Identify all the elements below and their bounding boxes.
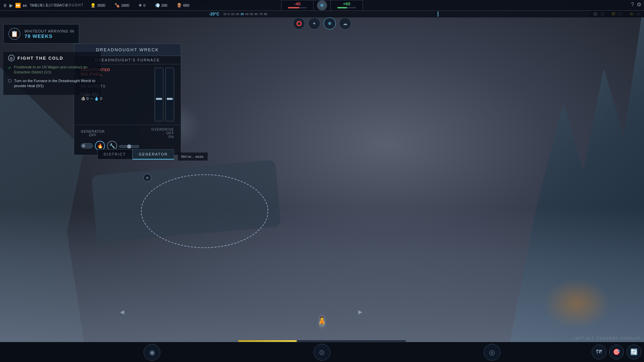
fast-forward-button[interactable]: ⏩ [15,3,21,8]
pause-button[interactable]: ⏸ [3,3,7,8]
overdrive-slider-knob [127,144,131,148]
steam-icon: 💨 [155,3,160,8]
right-stat-fill [337,7,347,8]
slider-2 [165,68,174,121]
steam-value: 280 [161,3,167,7]
bottom-circle-1[interactable]: ◉ [144,344,160,361]
temperature-value: -20°C [209,12,219,16]
generator-toggle[interactable] [81,143,93,148]
bottom-circle-2[interactable]: ⊙ [314,344,330,361]
left-stat-fill [288,7,299,8]
food-resource: 🍗 1800 [115,3,129,8]
generator-info: GENERATOR OFF [81,130,105,137]
oil-icon: 💧 [94,97,99,101]
fuel-arrow: → [90,97,94,101]
nav-icon-4[interactable]: ☁ [339,17,351,29]
tab-generator[interactable]: GENERATOR [132,149,174,160]
playback-controls: ⏸ ▶ ⏩ ⏭ WEEK: 11 DAY: 2 [3,3,68,8]
bottom-navigation: ◉ ⊙ ◎ [0,344,644,361]
week-label: WEEK: 11 [31,3,51,7]
map-view-button[interactable]: 🗺 [592,345,606,359]
nav-icon-2[interactable]: ✦ [308,17,320,29]
right-stat-value: +60 [343,1,350,6]
quest-check-1: ✓ [8,65,11,71]
left-stat-bar [288,7,307,8]
tab-district[interactable]: DISTRICT [97,149,132,160]
temp-tick-8: 60 [255,12,258,16]
fight-cold-panel: ◎ FIGHT THE COLD ✓ Frostbreak to an Oil … [3,52,101,95]
right-stat-bar [337,7,356,8]
workers-resource: 👷 3000 [91,3,105,8]
special-resource: ❄ 0 [139,3,145,8]
help-icon[interactable]: ? [631,2,634,8]
play-button[interactable]: ▶ [9,3,13,8]
temp-tick-9: 70 [259,12,263,16]
workers-value: 3000 [97,3,105,7]
overdrive-info: OVERDRIVE OFF 0% [151,128,174,139]
overdrive-slider[interactable] [119,145,139,148]
coal-icon: 🪨 [81,97,86,101]
slider-1 [155,68,163,121]
overdrive-label: OVERDRIVE [151,128,174,131]
slider-1-track[interactable] [155,68,163,121]
whiteout-text: WHITEOUT ARRIVING IN 78 WEEKS [24,29,74,39]
temperature-bar: -20°C 10 0 10 20 30 40 50 60 70 80 [0,11,644,17]
temp-tick-6: 40 [245,12,249,16]
left-stat-block: -40 [281,0,314,10]
whiteout-arriving-label: WHITEOUT ARRIVING IN [24,29,74,33]
snowflake-icon: ❄ [317,0,327,10]
temp-tick-1: 10 [223,12,227,16]
food-icon: 🍗 [115,3,120,8]
quest-circle-2 [8,79,11,82]
rotate-button[interactable]: 🔄 [627,345,641,359]
bottom-hud: ◉ ⊙ ◎ [0,342,644,362]
quest-item-1: ✓ Frostbreak to an Oil Wagon and constru… [8,65,96,75]
slider-1-thumb[interactable] [156,98,162,100]
furnace-sliders [155,68,174,121]
special-value: 0 [143,3,145,7]
player-character: 🧍 [315,316,329,328]
generator-row: GENERATOR OFF OVERDRIVE OFF 0% [81,128,174,139]
temp-tick-2: 0 [228,12,230,16]
bottom-circle-3[interactable]: ◎ [484,344,500,361]
settings-icons: ? ⚙ [631,1,641,8]
close-button[interactable]: × [143,174,151,182]
top-nav-icons: ⭕ ✦ ❄ ☁ [293,17,351,29]
material-value: 680 [183,3,189,7]
settings-icon[interactable]: ⚙ [637,1,641,8]
whiteout-icon-symbol: 📋 [11,30,18,38]
whiteout-panel: 📋 WHITEOUT ARRIVING IN 78 WEEKS [3,24,79,44]
whiteout-icon: 📋 [8,28,20,40]
left-map-arrow[interactable]: ◀ [120,309,124,315]
coal-value: 0 [87,97,89,101]
generator-status: OFF [81,133,105,137]
temp-tick-3: 10 [231,12,234,16]
fight-cold-icon: ◎ [8,55,15,61]
oil-value: 0 [100,97,102,101]
right-map-arrow[interactable]: ▶ [358,309,362,315]
fire-glow [543,278,610,328]
quest-item-2: Turn on the Furnace in the Dreadnought W… [8,78,96,89]
crosshair-button[interactable]: 🎯 [609,345,624,359]
material-icon: 🪵 [177,3,182,8]
furnace-tabs: DISTRICT GENERATOR [97,149,174,160]
skip-button[interactable]: ⏭ [23,3,28,8]
temp-tick-5: 30 [240,12,244,16]
nav-icon-snowflake[interactable]: ❄ [324,17,336,29]
temp-tick-10: 80 [264,12,267,16]
special-icon: ❄ [139,3,142,8]
center-stats-panel: -40 ❄ +60 [281,0,363,11]
notification-text: We've... eeze. [178,153,208,161]
right-stat-block: +60 [330,0,363,10]
temp-indicator [438,11,438,17]
fuel-mix-values: 🪨 0 → 💧 0 [81,97,151,101]
day-label: DAY: 2 [55,3,68,7]
slider-2-thumb[interactable] [167,98,173,100]
fight-cold-title: ◎ FIGHT THE COLD [8,55,96,61]
overlay-hint: LEFT ALT: ECONOMY OVERLAY [574,337,641,340]
left-stat-value: -40 [294,1,301,6]
nav-icon-1[interactable]: ⭕ [293,17,305,29]
temp-tick-4: 20 [236,12,239,16]
food-value: 1800 [121,3,129,7]
slider-2-track[interactable] [165,68,174,121]
